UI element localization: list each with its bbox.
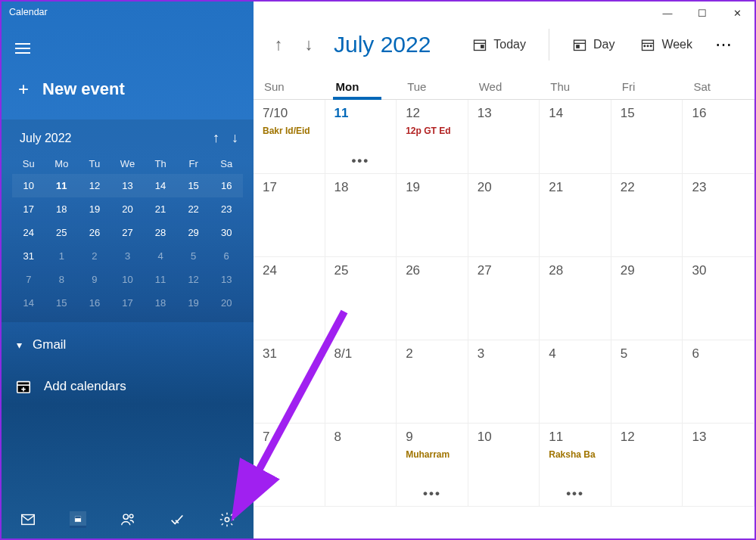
mini-cal-day[interactable]: 14 bbox=[12, 291, 45, 315]
calendar-cell[interactable]: 25 bbox=[325, 257, 397, 340]
more-options-icon[interactable]: ⋯ bbox=[709, 35, 739, 54]
mini-cal-day[interactable]: 15 bbox=[45, 291, 79, 315]
mini-cal-day[interactable]: 21 bbox=[144, 197, 177, 221]
mini-cal-day[interactable]: 30 bbox=[210, 221, 243, 244]
mini-cal-day[interactable]: 10 bbox=[12, 174, 45, 197]
calendar-cell[interactable]: 13 bbox=[683, 424, 754, 507]
mini-cal-day[interactable]: 5 bbox=[177, 244, 210, 268]
calendar-cell[interactable]: 26 bbox=[397, 257, 468, 340]
next-month-icon[interactable]: ↓ bbox=[297, 33, 320, 56]
close-button[interactable]: ✕ bbox=[720, 2, 754, 24]
mini-cal-day[interactable]: 16 bbox=[210, 174, 243, 197]
calendar-cell[interactable]: 11Raksha Ba••• bbox=[540, 424, 611, 507]
add-calendars-button[interactable]: Add calendars bbox=[2, 368, 254, 405]
event-item[interactable]: Muharram bbox=[406, 449, 459, 460]
mini-cal-day[interactable]: 11 bbox=[144, 268, 177, 291]
calendar-cell[interactable]: 18 bbox=[325, 174, 397, 257]
day-view-button[interactable]: Day bbox=[563, 33, 624, 57]
calendar-cell[interactable]: 7/10Bakr Id/Eid bbox=[254, 100, 325, 174]
account-toggle[interactable]: ▾ Gmail bbox=[2, 322, 254, 368]
mini-cal-day[interactable]: 17 bbox=[12, 197, 45, 221]
calendar-cell[interactable]: 5 bbox=[611, 340, 683, 424]
mini-cal-day[interactable]: 18 bbox=[45, 197, 79, 221]
new-event-button[interactable]: + New event bbox=[2, 71, 254, 119]
calendar-cell[interactable]: 9Muharram••• bbox=[397, 424, 468, 507]
event-item[interactable]: Bakr Id/Eid bbox=[263, 126, 316, 136]
mini-cal-day[interactable]: 4 bbox=[144, 244, 177, 268]
event-item[interactable]: 12p GT Ed bbox=[406, 126, 459, 136]
calendar-cell[interactable]: 29 bbox=[611, 257, 683, 340]
prev-month-icon[interactable]: ↑ bbox=[267, 33, 290, 56]
mini-cal-day[interactable]: 8 bbox=[45, 268, 79, 291]
more-events-icon[interactable]: ••• bbox=[351, 154, 369, 169]
calendar-cell[interactable]: 23 bbox=[683, 174, 754, 257]
calendar-cell[interactable]: 20 bbox=[468, 174, 540, 257]
mini-cal-day[interactable]: 13 bbox=[111, 174, 145, 197]
calendar-cell[interactable]: 17 bbox=[254, 174, 325, 257]
calendar-icon[interactable] bbox=[70, 511, 86, 528]
calendar-cell[interactable]: 4 bbox=[540, 340, 611, 424]
minimize-button[interactable]: — bbox=[650, 2, 685, 24]
mini-cal-day[interactable]: 27 bbox=[111, 221, 145, 244]
mini-cal-day[interactable]: 16 bbox=[78, 291, 111, 315]
calendar-cell[interactable]: 21 bbox=[540, 174, 611, 257]
calendar-cell[interactable]: 16 bbox=[683, 100, 754, 174]
calendar-cell[interactable]: 6 bbox=[683, 340, 754, 424]
mini-cal-day[interactable]: 11 bbox=[45, 174, 79, 197]
mini-cal-day[interactable]: 12 bbox=[78, 174, 111, 197]
mini-cal-title[interactable]: July 2022 bbox=[20, 132, 72, 145]
people-icon[interactable] bbox=[120, 511, 136, 528]
mini-cal-day[interactable]: 28 bbox=[144, 221, 177, 244]
calendar-cell[interactable]: 22 bbox=[611, 174, 683, 257]
mini-cal-day[interactable]: 9 bbox=[78, 268, 111, 291]
mail-icon[interactable] bbox=[20, 511, 36, 528]
mini-cal-day[interactable]: 20 bbox=[111, 197, 145, 221]
calendar-cell[interactable]: 3 bbox=[468, 340, 540, 424]
calendar-cell[interactable]: 30 bbox=[683, 257, 754, 340]
calendar-cell[interactable]: 31 bbox=[254, 340, 325, 424]
mini-cal-day[interactable]: 2 bbox=[78, 244, 111, 268]
mini-cal-day[interactable]: 20 bbox=[210, 291, 243, 315]
mini-cal-day[interactable]: 17 bbox=[111, 291, 145, 315]
mini-cal-day[interactable]: 18 bbox=[144, 291, 177, 315]
hamburger-menu-icon[interactable] bbox=[15, 36, 39, 61]
calendar-cell[interactable]: 8 bbox=[325, 424, 397, 507]
mini-cal-day[interactable]: 31 bbox=[12, 244, 45, 268]
event-item[interactable]: Raksha Ba bbox=[549, 449, 602, 460]
calendar-cell[interactable]: 27 bbox=[468, 257, 540, 340]
today-button[interactable]: Today bbox=[463, 33, 535, 57]
mini-cal-day[interactable]: 23 bbox=[210, 197, 243, 221]
calendar-cell[interactable]: 28 bbox=[540, 257, 611, 340]
mini-cal-day[interactable]: 29 bbox=[177, 221, 210, 244]
mini-cal-prev-icon[interactable]: ↑ bbox=[213, 130, 219, 146]
mini-cal-day[interactable]: 19 bbox=[78, 197, 111, 221]
calendar-cell[interactable]: 19 bbox=[397, 174, 468, 257]
mini-cal-day[interactable]: 15 bbox=[177, 174, 210, 197]
mini-cal-day[interactable]: 26 bbox=[78, 221, 111, 244]
calendar-cell[interactable]: 24 bbox=[254, 257, 325, 340]
calendar-cell[interactable]: 12 bbox=[611, 424, 683, 507]
todo-icon[interactable] bbox=[169, 511, 185, 528]
mini-cal-day[interactable]: 24 bbox=[12, 221, 45, 244]
mini-cal-day[interactable]: 14 bbox=[144, 174, 177, 197]
mini-cal-next-icon[interactable]: ↓ bbox=[232, 130, 238, 146]
mini-cal-day[interactable]: 1 bbox=[45, 244, 79, 268]
settings-gear-icon[interactable] bbox=[219, 511, 235, 528]
calendar-cell[interactable]: 13 bbox=[468, 100, 540, 174]
mini-cal-day[interactable]: 12 bbox=[177, 268, 210, 291]
more-events-icon[interactable]: ••• bbox=[566, 486, 584, 501]
more-events-icon[interactable]: ••• bbox=[423, 486, 441, 501]
calendar-cell[interactable]: 2 bbox=[397, 340, 468, 424]
calendar-cell[interactable]: 1212p GT Ed bbox=[397, 100, 468, 174]
calendar-cell[interactable]: 11••• bbox=[325, 100, 397, 174]
mini-cal-day[interactable]: 25 bbox=[45, 221, 79, 244]
calendar-cell[interactable]: 7 bbox=[254, 424, 325, 507]
mini-cal-day[interactable]: 22 bbox=[177, 197, 210, 221]
mini-cal-day[interactable]: 3 bbox=[111, 244, 145, 268]
mini-cal-day[interactable]: 7 bbox=[12, 268, 45, 291]
calendar-cell[interactable]: 10 bbox=[468, 424, 540, 507]
calendar-cell[interactable]: 14 bbox=[540, 100, 611, 174]
maximize-button[interactable]: ☐ bbox=[685, 2, 720, 24]
week-view-button[interactable]: Week bbox=[631, 33, 702, 57]
mini-cal-day[interactable]: 6 bbox=[210, 244, 243, 268]
